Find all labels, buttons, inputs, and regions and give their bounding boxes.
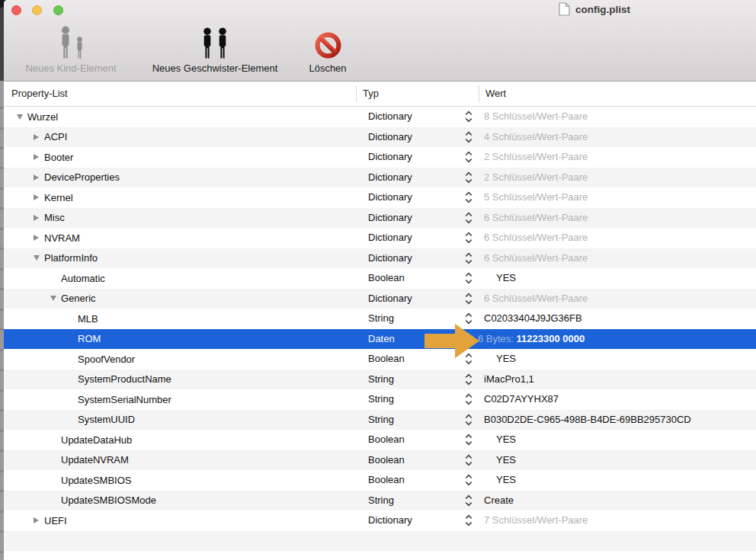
row-type-cell[interactable]: Dictionary — [368, 248, 412, 269]
row-value-cell[interactable]: YES — [496, 430, 516, 450]
value-stepper-icon[interactable] — [465, 414, 472, 426]
row-value-cell[interactable]: 6 Schlüssel/Wert-Paare — [484, 248, 588, 269]
row-type-cell[interactable]: Dictionary — [368, 107, 412, 127]
table-row-updatesmbios[interactable]: UpdateSMBIOSBooleanYES — [4, 470, 756, 491]
row-type-cell[interactable]: Dictionary — [368, 208, 412, 229]
table-row-rom[interactable]: ROMDaten6 Bytes: 11223300 0000 — [4, 329, 756, 350]
row-type-cell[interactable]: Dictionary — [368, 228, 412, 248]
table-row-spoofvendor[interactable]: SpoofVendorBooleanYES — [4, 349, 756, 370]
table-row-uefi[interactable]: UEFIDictionary7 Schlüssel/Wert-Paare — [4, 510, 756, 531]
disclosure-triangle-collapsed[interactable] — [34, 215, 39, 221]
column-header-wert[interactable]: Wert — [485, 82, 506, 106]
row-value-cell[interactable]: 4 Schlüssel/Wert-Paare — [484, 127, 588, 148]
disclosure-triangle-expanded[interactable] — [17, 114, 23, 120]
column-header-typ[interactable]: Typ — [363, 82, 379, 106]
table-row-booter[interactable]: BooterDictionary2 Schlüssel/Wert-Paare — [4, 147, 756, 168]
row-value-cell[interactable]: 6 Bytes: 11223300 0000 — [478, 329, 585, 350]
row-value-cell[interactable]: C02033404J9JG36FB — [484, 309, 582, 329]
row-value-cell[interactable]: 2 Schlüssel/Wert-Paare — [484, 147, 588, 168]
table-row-automatic[interactable]: AutomaticBooleanYES — [4, 268, 756, 289]
row-value-cell[interactable]: YES — [496, 450, 516, 471]
value-stepper-icon[interactable] — [465, 454, 472, 466]
table-row-misc[interactable]: MiscDictionary6 Schlüssel/Wert-Paare — [4, 208, 756, 229]
column-divider[interactable] — [479, 85, 479, 102]
row-type-cell[interactable]: String — [368, 491, 394, 511]
table-row-updatenvram[interactable]: UpdateNVRAMBooleanYES — [4, 450, 756, 471]
row-type-cell[interactable]: Dictionary — [368, 289, 412, 309]
table-row-acpi[interactable]: ACPIDictionary4 Schlüssel/Wert-Paare — [4, 127, 756, 148]
row-type-cell[interactable]: Boolean — [368, 349, 405, 370]
column-divider[interactable] — [356, 85, 357, 102]
table-row-systemuuid[interactable]: SystemUUIDStringB030D2DE-C965-498B-B4DE-… — [4, 410, 756, 430]
value-stepper-icon[interactable] — [465, 494, 472, 507]
table-row-mlb[interactable]: MLBStringC02033404J9JG36FB — [4, 309, 756, 329]
window-close-button[interactable] — [11, 5, 21, 15]
disclosure-triangle-collapsed[interactable] — [34, 154, 39, 160]
window-minimize-button[interactable] — [32, 5, 42, 15]
row-value-cell[interactable]: B030D2DE-C965-498B-B4DE-69BB295730CD — [484, 410, 691, 430]
row-value-cell[interactable]: C02D7AYYHX87 — [484, 389, 559, 410]
row-type-cell[interactable]: Boolean — [368, 430, 405, 450]
disclosure-triangle-collapsed[interactable] — [34, 194, 39, 200]
disclosure-triangle-collapsed[interactable] — [34, 517, 39, 523]
row-value-cell[interactable]: YES — [496, 470, 516, 491]
row-type-cell[interactable]: Dictionary — [368, 187, 412, 208]
table-row-wurzel[interactable]: WurzelDictionary8 Schlüssel/Wert-Paare — [4, 107, 756, 127]
value-stepper-icon[interactable] — [465, 212, 472, 224]
table-row-systemserialnumber[interactable]: SystemSerialNumberStringC02D7AYYHX87 — [4, 389, 756, 410]
table-row-updatedatahub[interactable]: UpdateDataHubBooleanYES — [4, 430, 756, 450]
value-stepper-icon[interactable] — [465, 131, 472, 143]
row-type-cell[interactable]: Dictionary — [368, 147, 412, 168]
row-type-cell[interactable]: Boolean — [368, 470, 405, 491]
row-value-cell[interactable]: Create — [484, 491, 514, 511]
value-stepper-icon[interactable] — [465, 272, 472, 284]
disclosure-triangle-expanded[interactable] — [34, 255, 40, 261]
new-sibling-element-button[interactable]: Neues Geschwister-Element — [133, 21, 296, 75]
row-value-cell[interactable]: YES — [496, 268, 516, 289]
row-type-cell[interactable]: Dictionary — [368, 510, 412, 531]
value-stepper-icon[interactable] — [465, 393, 472, 405]
row-type-cell[interactable]: String — [368, 410, 394, 430]
window-zoom-button[interactable] — [53, 5, 63, 15]
row-type-cell[interactable]: String — [368, 389, 394, 410]
row-type-cell[interactable]: Boolean — [368, 268, 405, 289]
row-value-cell[interactable]: 8 Schlüssel/Wert-Paare — [484, 107, 588, 127]
row-value-cell[interactable]: 6 Schlüssel/Wert-Paare — [484, 208, 588, 229]
disclosure-triangle-collapsed[interactable] — [34, 235, 39, 241]
value-stepper-icon[interactable] — [465, 151, 472, 163]
row-value-cell[interactable]: YES — [496, 349, 516, 370]
row-type-cell[interactable]: Daten — [368, 329, 395, 350]
value-stepper-icon[interactable] — [465, 232, 472, 244]
row-value-cell[interactable]: iMacPro1,1 — [484, 370, 534, 390]
column-header-property-list[interactable]: Property-List — [11, 82, 68, 106]
table-row-updatesmbiosmode[interactable]: UpdateSMBIOSModeStringCreate — [4, 491, 756, 511]
row-value-cell[interactable]: 5 Schlüssel/Wert-Paare — [484, 187, 588, 208]
row-type-cell[interactable]: String — [368, 370, 394, 390]
table-row-platforminfo[interactable]: PlatformInfoDictionary6 Schlüssel/Wert-P… — [4, 248, 756, 269]
row-value-cell[interactable]: 6 Schlüssel/Wert-Paare — [484, 228, 588, 248]
value-stepper-icon[interactable] — [465, 474, 472, 486]
table-row-generic[interactable]: GenericDictionary6 Schlüssel/Wert-Paare — [4, 289, 756, 309]
row-type-cell[interactable]: Dictionary — [368, 127, 412, 148]
row-type-cell[interactable]: Dictionary — [368, 168, 412, 188]
row-type-cell[interactable]: String — [368, 309, 394, 329]
table-row-deviceproperties[interactable]: DevicePropertiesDictionary2 Schlüssel/We… — [4, 168, 756, 188]
table-row-nvram[interactable]: NVRAMDictionary6 Schlüssel/Wert-Paare — [4, 228, 756, 248]
table-row-kernel[interactable]: KernelDictionary5 Schlüssel/Wert-Paare — [4, 187, 756, 208]
disclosure-triangle-collapsed[interactable] — [34, 174, 39, 181]
new-child-element-button[interactable]: Neues Kind-Element — [8, 21, 133, 75]
disclosure-triangle-expanded[interactable] — [50, 296, 56, 301]
value-stepper-icon[interactable] — [465, 434, 472, 446]
disclosure-triangle-collapsed[interactable] — [34, 134, 39, 140]
value-stepper-icon[interactable] — [465, 252, 472, 264]
row-type-cell[interactable]: Boolean — [368, 450, 405, 471]
value-stepper-icon[interactable] — [465, 171, 472, 184]
table-row-systemproductname[interactable]: SystemProductNameStringiMacPro1,1 — [4, 370, 756, 390]
value-stepper-icon[interactable] — [465, 373, 472, 386]
value-stepper-icon[interactable] — [465, 110, 472, 123]
value-stepper-icon[interactable] — [465, 191, 472, 203]
row-value-cell[interactable]: 6 Schlüssel/Wert-Paare — [484, 289, 588, 309]
row-value-cell[interactable]: 7 Schlüssel/Wert-Paare — [484, 510, 588, 531]
value-stepper-icon[interactable] — [465, 514, 472, 526]
delete-button[interactable]: Löschen — [296, 21, 359, 75]
